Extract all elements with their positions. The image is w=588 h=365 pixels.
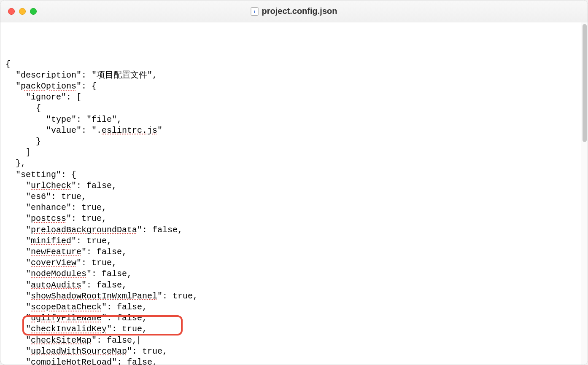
text-cursor: | <box>136 335 141 345</box>
code-line[interactable]: { <box>5 103 576 114</box>
window: project.config.json { "description": "项目… <box>0 0 588 365</box>
code-editor[interactable]: { "description": "项目配置文件", "packOptions"… <box>0 22 581 365</box>
title-center: project.config.json <box>251 6 337 16</box>
code-line[interactable]: "autoAudits": false, <box>5 280 576 291</box>
code-line[interactable]: "compileHotReLoad": false, <box>5 357 576 365</box>
scrollbar-thumb[interactable] <box>583 24 587 142</box>
code-line[interactable]: "ignore": [ <box>5 92 576 103</box>
code-line[interactable]: "description": "项目配置文件", <box>5 70 576 81</box>
code-line[interactable]: "es6": true, <box>5 191 576 202</box>
scrollbar-track[interactable] <box>581 22 588 365</box>
code-line[interactable]: "scopeDataCheck": false, <box>5 302 576 313</box>
code-line[interactable]: "type": "file", <box>5 114 576 125</box>
code-line[interactable]: { <box>5 59 576 70</box>
minimize-button[interactable] <box>19 8 26 15</box>
code-line[interactable]: } <box>5 136 576 147</box>
code-line[interactable]: "setting": { <box>5 169 576 180</box>
code-line[interactable]: "newFeature": false, <box>5 247 576 258</box>
code-line[interactable]: "preloadBackgroundData": false, <box>5 225 576 236</box>
code-line[interactable]: "checkInvalidKey": true, <box>5 324 576 335</box>
window-title: project.config.json <box>262 6 337 16</box>
code-line[interactable]: "value": ".eslintrc.js" <box>5 125 576 136</box>
code-line[interactable]: "nodeModules": false, <box>5 268 576 279</box>
code-line[interactable]: "showShadowRootInWxmlPanel": true, <box>5 291 576 302</box>
code-line[interactable]: "enhance": true, <box>5 202 576 213</box>
content-area: { "description": "项目配置文件", "packOptions"… <box>0 22 588 365</box>
code-line[interactable]: }, <box>5 158 576 169</box>
code-line[interactable]: "urlCheck": false, <box>5 180 576 191</box>
code-line[interactable]: "checkSiteMap": false,| <box>5 335 576 346</box>
code-line[interactable]: "uglifyFileName": false, <box>5 313 576 324</box>
code-line[interactable]: "postcss": true, <box>5 213 576 224</box>
code-line[interactable]: "coverView": true, <box>5 258 576 268</box>
code-line[interactable]: ] <box>5 147 576 158</box>
titlebar: project.config.json <box>0 0 588 22</box>
traffic-lights <box>0 8 37 15</box>
maximize-button[interactable] <box>30 8 37 15</box>
close-button[interactable] <box>8 8 15 15</box>
code-line[interactable]: "packOptions": { <box>5 81 576 92</box>
document-icon <box>251 7 259 16</box>
code-line[interactable]: "uploadWithSourceMap": true, <box>5 346 576 357</box>
code-line[interactable]: "minified": true, <box>5 236 576 247</box>
